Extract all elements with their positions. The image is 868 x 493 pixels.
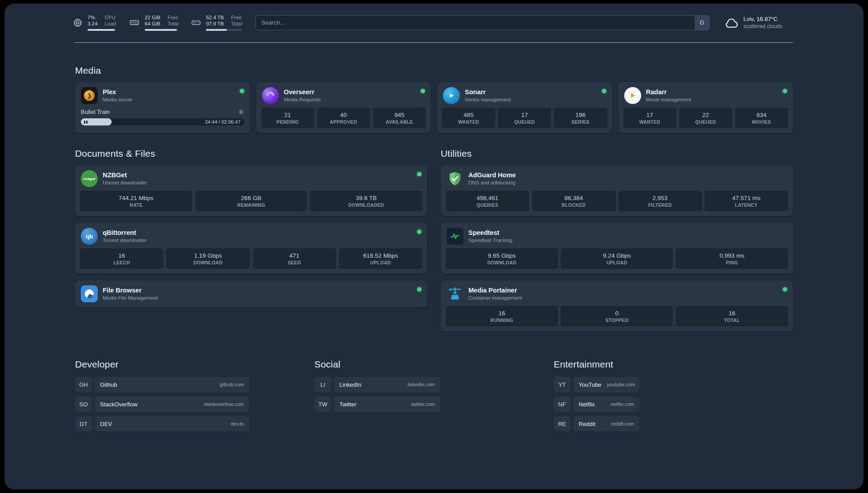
stat-box: 498,461 QUERIES (446, 191, 529, 211)
status-dot (417, 230, 421, 234)
plex-header[interactable]: ❯ Plex Media server (75, 82, 250, 108)
stat-box: 17 WANTED (623, 108, 676, 128)
overseerr-header[interactable]: Overseerr Media Requests (256, 82, 431, 108)
service-name: Radarr (646, 88, 778, 96)
metric-label: Total (167, 21, 178, 27)
stat-box: 9.65 Gbps DOWNLOAD (446, 248, 558, 269)
cpu-usage-bar (88, 29, 116, 31)
service-name: Media Portainer (468, 286, 778, 294)
stat-value: 1.19 Gbps (194, 252, 222, 259)
metric-label: CPU (104, 14, 116, 21)
adguard-shield-icon (447, 170, 463, 187)
search-bar: G (255, 15, 709, 30)
bookmark-name: Netflix (579, 401, 595, 408)
settings-gear-icon[interactable] (238, 109, 244, 115)
bookmark-domain: reddit.com (611, 421, 634, 426)
bookmark-github[interactable]: GH Github github.com (75, 377, 249, 392)
stat-box: 744.21 Mbps RATE (80, 191, 192, 211)
section-title: Entertainment (554, 359, 793, 370)
stat-box: 40 APPROVED (317, 108, 370, 128)
sonarr-icon (443, 87, 460, 104)
bookmark-domain: stackoverflow.com (204, 401, 244, 407)
memory-metric: 22 GiB 64 GiB Free Total (129, 14, 178, 31)
bookmark-twitter[interactable]: TW Twitter twitter.com (314, 397, 440, 412)
stat-label: RUNNING (490, 318, 513, 323)
stat-value: 9.65 Gbps (488, 252, 516, 259)
bookmark-dev[interactable]: DT DEV dev.to (75, 416, 249, 431)
memory-icon (129, 17, 140, 28)
stat-value: 266 GB (241, 195, 262, 201)
metric-value: 22 GiB (145, 14, 160, 21)
stat-box: 485 WANTED (442, 108, 495, 128)
service-name: File Browser (103, 286, 412, 294)
nzbget-header[interactable]: nzbget NZBGet Usenet downloader (75, 165, 427, 191)
stat-value: 196 (576, 112, 586, 118)
bookmark-name: Twitter (339, 401, 356, 408)
bookmark-name: YouTube (579, 381, 601, 388)
search-provider-button[interactable]: G (695, 16, 709, 30)
bookmark-name: Reddit (579, 421, 596, 427)
section-title: Media (75, 65, 793, 76)
stat-box: 9.24 Gbps UPLOAD (561, 248, 673, 269)
filebrowser-header[interactable]: File Browser Media File Management (75, 280, 427, 307)
service-card-qbittorrent: qb qBittorrent Torrent downloader 16 LEE… (75, 223, 427, 274)
bookmark-domain: linkedin.com (408, 382, 435, 387)
service-name: Overseerr (284, 88, 416, 96)
adguard-header[interactable]: AdGuard Home DNS and adblocking (441, 165, 793, 191)
stat-value: 9.24 Gbps (603, 252, 630, 259)
filebrowser-icon (81, 285, 98, 302)
service-description: Movie management (646, 96, 778, 103)
playback-progress-bar[interactable]: 24:44 / 02:06:47 (81, 118, 244, 125)
service-name: qBittorrent (103, 229, 412, 237)
disk-metric: 52.4 TB 97.9 TB Free Total (191, 14, 242, 31)
weather-condition: scattered clouds (743, 23, 782, 30)
stat-box: 945 AVAILABLE (373, 108, 426, 128)
search-input[interactable] (255, 15, 709, 30)
cpu-chip-icon (72, 17, 83, 28)
playback-progress-fill (81, 118, 112, 125)
stat-label: AVAILABLE (386, 119, 413, 125)
speedtest-pulse-icon (447, 228, 463, 245)
radarr-header[interactable]: Radarr Movie management (618, 82, 793, 108)
bookmark-name: LinkedIn (339, 381, 361, 388)
service-description: Torrent downloader (103, 237, 412, 244)
bookmark-linkedin[interactable]: LI LinkedIn linkedin.com (314, 377, 440, 392)
bookmark-domain: youtube.com (607, 382, 635, 387)
status-dot (417, 287, 421, 292)
stat-box: 22 QUEUED (679, 108, 732, 128)
top-bar: 7% 3.24 CPU Load (4, 4, 864, 31)
status-dot (417, 172, 421, 176)
bookmark-reddit[interactable]: RE Reddit reddit.com (554, 416, 639, 431)
stat-label: QUEUED (514, 119, 535, 125)
media-grid: ❯ Plex Media server Bullet Train (75, 82, 793, 133)
stat-value: 0.993 ms (719, 252, 744, 259)
stat-label: APPROVED (330, 119, 357, 125)
stat-value: 471 (289, 252, 300, 259)
stat-label: PING (726, 260, 738, 265)
stat-label: RATE (129, 202, 142, 208)
status-dot (240, 89, 244, 93)
section-title: Utilities (441, 148, 793, 159)
bookmark-netflix[interactable]: NF Netflix netflix.com (554, 397, 639, 412)
radarr-stats: 17 WANTED 22 QUEUED 834 MOVIES (618, 108, 793, 133)
stat-box: 47.571 ms LATENCY (705, 191, 788, 211)
service-description: Container management (468, 295, 778, 301)
service-card-radarr: Radarr Movie management 17 WANTED 22 QUE… (618, 82, 793, 133)
bookmark-stackoverflow[interactable]: SO StackOverflow stackoverflow.com (75, 397, 249, 412)
status-dot (783, 89, 787, 93)
stat-label: BLOCKED (562, 202, 586, 208)
weather-widget[interactable]: Lviv, 16.87°C scattered clouds (723, 15, 797, 31)
service-card-filebrowser: File Browser Media File Management (75, 280, 427, 307)
section-media: Media ❯ Plex Media server Bullet Tr (75, 65, 793, 133)
bookmark-youtube[interactable]: YT YouTube youtube.com (554, 377, 639, 392)
stat-label: MOVIES (752, 119, 771, 125)
bookmark-domain: twitter.com (411, 401, 435, 407)
metric-label: Free (231, 14, 242, 21)
stat-value: 485 (463, 112, 474, 118)
qbittorrent-header[interactable]: qb qBittorrent Torrent downloader (75, 223, 427, 248)
sonarr-header[interactable]: Sonarr Series management (437, 82, 612, 108)
speedtest-header[interactable]: Speedtest Speedtest Tracking (441, 223, 793, 248)
dashboard-window: 7% 3.24 CPU Load (4, 4, 864, 489)
stat-label: QUEUED (695, 119, 716, 125)
portainer-header[interactable]: Media Portainer Container management (441, 280, 793, 306)
